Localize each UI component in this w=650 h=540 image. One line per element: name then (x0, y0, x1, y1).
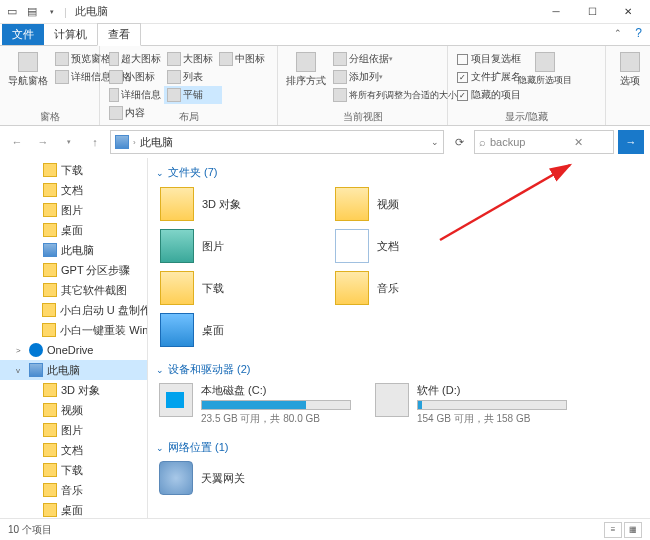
tree-item[interactable]: 文档 (0, 440, 147, 460)
item-count: 10 个项目 (8, 523, 52, 537)
tree-item[interactable]: 小白启动 U 盘制作步 (0, 300, 147, 320)
folder-label: 文档 (377, 239, 399, 254)
back-button[interactable]: ← (6, 131, 28, 153)
folder-item[interactable]: 视频 (331, 183, 506, 225)
tree-item[interactable]: 下载 (0, 160, 147, 180)
tree-item[interactable]: GPT 分区步骤 (0, 260, 147, 280)
view-large[interactable]: 大图标 (164, 50, 216, 68)
content-pane[interactable]: ⌄ 文件夹 (7) 3D 对象视频图片文档下载音乐桌面 ⌄ 设备和驱动器 (2)… (148, 158, 650, 518)
onedrive-icon (29, 343, 43, 357)
tree-item[interactable]: 音乐 (0, 480, 147, 500)
view-details[interactable]: 详细信息 (106, 86, 164, 104)
tab-file[interactable]: 文件 (2, 24, 44, 45)
view-list[interactable]: 列表 (164, 68, 216, 86)
hidden-items-toggle[interactable]: ✓隐藏的项目 (454, 86, 524, 104)
forward-button[interactable]: → (32, 131, 54, 153)
addcolumns-button[interactable]: 添加列 ▾ (330, 68, 460, 86)
address-bar[interactable]: › 此电脑 ⌄ (110, 130, 444, 154)
folder-icon (160, 313, 194, 347)
groupby-button[interactable]: 分组依据 ▾ (330, 50, 460, 68)
file-ext-toggle[interactable]: ✓文件扩展名 (454, 68, 524, 86)
nav-tree[interactable]: 下载文档图片桌面此电脑GPT 分区步骤其它软件截图小白启动 U 盘制作步小白一键… (0, 158, 148, 518)
nav-bar: ← → ▾ ↑ › 此电脑 ⌄ ⟳ ⌕ ✕ → (0, 126, 650, 158)
section-folders-header[interactable]: ⌄ 文件夹 (7) (156, 162, 642, 183)
qat-dropdown-icon[interactable]: ▾ (44, 4, 60, 20)
history-dropdown[interactable]: ▾ (58, 131, 80, 153)
options-button[interactable]: 选项 (612, 50, 648, 90)
minimize-button[interactable]: ─ (538, 0, 574, 24)
search-go-button[interactable]: → (618, 130, 644, 154)
folder-item[interactable]: 图片 (156, 225, 331, 267)
details-view-toggle[interactable]: ≡ (604, 522, 622, 538)
drive-item[interactable]: 本地磁盘 (C:)23.5 GB 可用，共 80.0 GB (156, 380, 372, 429)
tree-item[interactable]: 文档 (0, 180, 147, 200)
folder-item[interactable]: 文档 (331, 225, 506, 267)
tree-item[interactable]: 3D 对象 (0, 380, 147, 400)
folder-icon (160, 187, 194, 221)
hide-selected-button[interactable]: 隐藏所选项目 (526, 50, 564, 89)
item-checkboxes-toggle[interactable]: 项目复选框 (454, 50, 524, 68)
drive-space: 154 GB 可用，共 158 GB (417, 412, 585, 426)
tab-view[interactable]: 查看 (97, 23, 141, 46)
list-icon (167, 70, 181, 84)
expand-icon[interactable]: v (16, 366, 25, 375)
view-medium[interactable]: 中图标 (216, 50, 268, 68)
tree-item[interactable]: 桌面 (0, 220, 147, 240)
expand-icon[interactable]: > (16, 346, 25, 355)
tree-item[interactable]: 此电脑 (0, 240, 147, 260)
clear-search-icon[interactable]: ✕ (574, 136, 583, 149)
folder-item[interactable]: 音乐 (331, 267, 506, 309)
ribbon-collapse-icon[interactable]: ⌃ (614, 28, 622, 38)
group-currentview-label: 当前视图 (278, 110, 447, 124)
tree-item[interactable]: 下载 (0, 460, 147, 480)
folder-icon (43, 403, 57, 417)
tree-item[interactable]: >OneDrive (0, 340, 147, 360)
icons-view-toggle[interactable]: ▦ (624, 522, 642, 538)
folder-icon (43, 223, 57, 237)
tree-item[interactable]: 桌面 (0, 500, 147, 518)
folder-item[interactable]: 下载 (156, 267, 331, 309)
tree-item[interactable]: v此电脑 (0, 360, 147, 380)
tree-label: 小白启动 U 盘制作步 (60, 303, 147, 318)
tree-item[interactable]: 其它软件截图 (0, 280, 147, 300)
search-box[interactable]: ⌕ ✕ (474, 130, 614, 154)
section-drives-header[interactable]: ⌄ 设备和驱动器 (2) (156, 359, 642, 380)
up-button[interactable]: ↑ (84, 131, 106, 153)
tree-label: 图片 (61, 203, 83, 218)
sort-button[interactable]: 排序方式 (284, 50, 328, 90)
medium-icon (219, 52, 233, 66)
tree-item[interactable]: 图片 (0, 420, 147, 440)
tree-label: 桌面 (61, 223, 83, 238)
folder-icon (43, 183, 57, 197)
navpane-button[interactable]: 导航窗格 (6, 50, 50, 90)
search-input[interactable] (490, 136, 570, 148)
folder-icon (43, 503, 57, 517)
drive-item[interactable]: 软件 (D:)154 GB 可用，共 158 GB (372, 380, 588, 429)
tree-label: 小白一键重装 Win7 (60, 323, 147, 338)
tree-label: GPT 分区步骤 (61, 263, 130, 278)
view-small[interactable]: 小图标 (106, 68, 164, 86)
folder-icon (43, 463, 57, 477)
maximize-button[interactable]: ☐ (574, 0, 610, 24)
breadcrumb[interactable]: 此电脑 (140, 135, 173, 150)
tree-item[interactable]: 小白一键重装 Win7 (0, 320, 147, 340)
section-network-header[interactable]: ⌄ 网络位置 (1) (156, 437, 642, 458)
folder-item[interactable]: 桌面 (156, 309, 331, 351)
tree-item[interactable]: 视频 (0, 400, 147, 420)
folder-item[interactable]: 3D 对象 (156, 183, 331, 225)
view-tiles[interactable]: 平铺 (164, 86, 222, 104)
sizeallcols-button[interactable]: 将所有列调整为合适的大小 (330, 86, 460, 104)
tab-computer[interactable]: 计算机 (44, 24, 97, 45)
address-dropdown-icon[interactable]: ⌄ (431, 137, 439, 147)
network-item[interactable]: 天翼网关 (156, 458, 642, 498)
drive-name: 软件 (D:) (417, 383, 585, 398)
sizeall-icon (333, 88, 347, 102)
small-icon (109, 70, 123, 84)
detailspane-icon (55, 70, 69, 84)
tree-item[interactable]: 图片 (0, 200, 147, 220)
help-icon[interactable]: ? (635, 26, 642, 40)
refresh-button[interactable]: ⟳ (448, 131, 470, 153)
qat-properties-icon[interactable]: ▤ (24, 4, 40, 20)
close-button[interactable]: ✕ (610, 0, 646, 24)
view-xlarge[interactable]: 超大图标 (106, 50, 164, 68)
